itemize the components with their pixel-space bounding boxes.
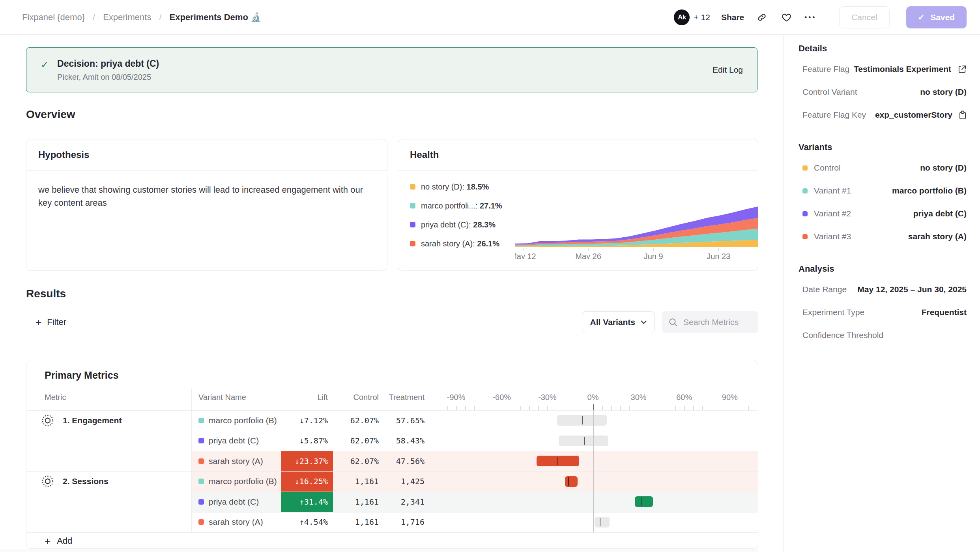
collaborator-count[interactable]: + 12 bbox=[694, 13, 710, 22]
sidebar-row: Feature FlagTestimonials Experiment bbox=[799, 58, 967, 81]
metric-cell[interactable]: 2. Sessions bbox=[41, 471, 108, 492]
health-chart: May 12May 26Jun 9Jun 23 bbox=[515, 204, 758, 259]
results-heading: Results bbox=[26, 287, 66, 300]
axis-label: May 12 bbox=[515, 252, 536, 259]
axis-label: Jun 9 bbox=[644, 252, 663, 259]
ruler-tick bbox=[675, 406, 676, 410]
ruler-tick bbox=[557, 406, 557, 410]
details-section: Details Feature FlagTestimonials Experim… bbox=[799, 43, 967, 126]
sidebar-row-label: Date Range bbox=[799, 285, 847, 294]
ruler-tick bbox=[629, 406, 630, 410]
axis-label: 90% bbox=[722, 389, 738, 406]
add-filter-button[interactable]: + Filter bbox=[26, 317, 66, 327]
divider bbox=[191, 492, 758, 492]
add-metric-button[interactable]: + Add bbox=[26, 532, 758, 549]
ci-midpoint bbox=[600, 518, 600, 526]
ruler-tick bbox=[547, 406, 548, 410]
sidebar-row: Experiment TypeFrequentist bbox=[799, 301, 967, 324]
sidebar-row-value: exp_customerStory bbox=[875, 110, 967, 120]
metric-cell[interactable]: 1. Engagement bbox=[41, 410, 122, 431]
variant-name: marco portfolio (B) bbox=[209, 471, 277, 492]
treatment-value: 57.65% bbox=[374, 410, 425, 431]
sidebar-row-label: Variant #2 bbox=[799, 209, 851, 218]
external-link-icon[interactable] bbox=[958, 65, 967, 74]
saved-label: Saved bbox=[930, 13, 955, 22]
breadcrumb-separator: / bbox=[93, 12, 95, 23]
favorite-heart-icon[interactable] bbox=[780, 11, 793, 24]
cancel-button[interactable]: Cancel bbox=[839, 6, 889, 28]
ruler-tick bbox=[666, 406, 667, 410]
search-icon bbox=[668, 317, 678, 327]
add-label: Add bbox=[57, 536, 72, 546]
variant-name: priya debt (C) bbox=[209, 431, 259, 451]
ruler-tick bbox=[511, 406, 512, 410]
legend-label: priya debt (C): 28.3% bbox=[421, 220, 496, 229]
ruler-tick bbox=[648, 406, 649, 410]
primary-metrics-title: Primary Metrics bbox=[45, 361, 119, 389]
variants-filter-dropdown[interactable]: All Variants bbox=[582, 311, 655, 333]
ruler-tick bbox=[465, 406, 466, 410]
breadcrumb-root[interactable]: Fixpanel {demo} bbox=[22, 12, 85, 23]
divider bbox=[191, 389, 192, 532]
divider bbox=[26, 471, 758, 472]
ci-bar bbox=[559, 436, 608, 446]
col-header-metric: Metric bbox=[45, 389, 66, 406]
divider bbox=[26, 410, 758, 411]
more-options-icon[interactable]: ••• bbox=[804, 13, 816, 21]
ruler-tick bbox=[748, 406, 749, 410]
lift-value: ↓23.37% bbox=[281, 451, 333, 471]
ci-bar bbox=[595, 517, 610, 528]
ruler-tick bbox=[657, 406, 658, 410]
overview-heading: Overview bbox=[26, 108, 75, 121]
sidebar-row-label: Control bbox=[799, 163, 841, 173]
control-value: 1,161 bbox=[338, 492, 379, 512]
variant-swatch bbox=[802, 188, 808, 193]
treatment-value: 1,425 bbox=[374, 471, 425, 492]
ci-midpoint bbox=[582, 416, 583, 424]
metric-label: 1. Engagement bbox=[63, 416, 122, 425]
sidebar-row: Date RangeMay 12, 2025 – Jun 30, 2025 bbox=[799, 278, 967, 301]
saved-button[interactable]: ✓ Saved bbox=[906, 6, 967, 28]
ruler-tick bbox=[502, 406, 503, 410]
sidebar-row-label: Feature Flag bbox=[799, 64, 849, 74]
decision-title: Decision: priya debt (C) bbox=[57, 58, 159, 69]
ruler-tick bbox=[566, 406, 567, 410]
legend-swatch bbox=[410, 241, 415, 246]
ruler-tick bbox=[639, 406, 640, 410]
hypothesis-card: Hypothesis we believe that showing custo… bbox=[26, 139, 387, 271]
sidebar-row: Variant #1marco portfolio (B) bbox=[799, 179, 967, 202]
ci-bar bbox=[565, 476, 578, 487]
legend-label: sarah story (A): 26.1% bbox=[421, 239, 499, 248]
axis-label: 30% bbox=[631, 389, 647, 406]
details-sidebar: Details Feature FlagTestimonials Experim… bbox=[783, 35, 980, 552]
edit-log-button[interactable]: Edit Log bbox=[713, 65, 743, 75]
copy-link-icon[interactable] bbox=[755, 11, 769, 24]
variant-swatch bbox=[802, 234, 808, 239]
breadcrumb-section[interactable]: Experiments bbox=[103, 12, 151, 23]
header-actions: Ak + 12 Share ••• Cancel ✓ Saved bbox=[674, 6, 967, 28]
plus-icon: + bbox=[45, 536, 50, 546]
col-header-lift: Lift bbox=[263, 389, 328, 406]
ci-midpoint bbox=[641, 498, 641, 506]
sidebar-row: Confidence Threshold bbox=[799, 324, 967, 347]
lift-value: ↓5.87% bbox=[263, 431, 328, 451]
sidebar-row-value: no story (D) bbox=[920, 163, 967, 173]
ruler-tick bbox=[730, 406, 731, 410]
treatment-value: 1,716 bbox=[374, 512, 425, 533]
decision-byline: Picker, Amit on 08/05/2025 bbox=[57, 73, 159, 82]
share-button[interactable]: Share bbox=[721, 13, 744, 22]
ci-midpoint bbox=[568, 477, 569, 486]
ruler-tick bbox=[721, 406, 722, 410]
chevron-down-icon bbox=[641, 320, 647, 324]
decision-banner: ✓ Decision: priya debt (C) Picker, Amit … bbox=[26, 47, 757, 92]
search-input[interactable] bbox=[683, 317, 751, 327]
sidebar-row-label: Variant #3 bbox=[799, 232, 851, 241]
legend-swatch bbox=[410, 203, 415, 208]
variant-swatch bbox=[198, 499, 204, 505]
clipboard-icon[interactable] bbox=[959, 111, 967, 120]
variant-swatch bbox=[198, 418, 204, 423]
variant-name: priya debt (C) bbox=[209, 492, 259, 512]
avatar[interactable]: Ak bbox=[674, 9, 690, 25]
ruler-tick bbox=[438, 406, 439, 410]
variant-swatch bbox=[802, 165, 808, 171]
